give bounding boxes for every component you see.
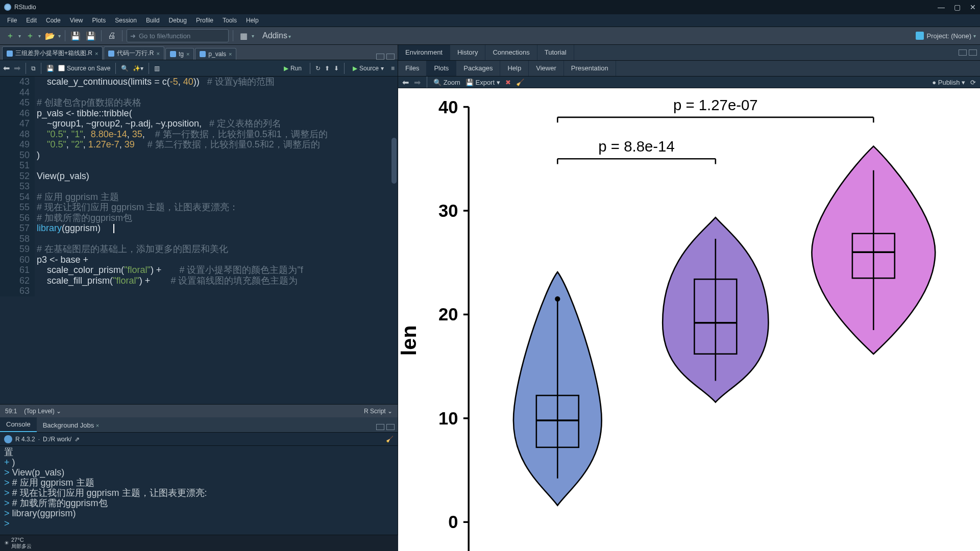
cursor-position: 59:1 — [5, 408, 17, 415]
console-tabstrip: ConsoleBackground Jobs × — [0, 417, 398, 433]
run-button[interactable]: ▶Run — [281, 63, 305, 73]
maximize-console-button[interactable] — [386, 424, 395, 430]
export-button[interactable]: 💾 Export ▾ — [465, 79, 500, 86]
goto-arrow-icon: ➜ — [130, 32, 136, 40]
console-tab-console[interactable]: Console — [0, 417, 37, 432]
menu-edit[interactable]: Edit — [22, 15, 41, 26]
plot-tab-presentation[interactable]: Presentation — [564, 61, 616, 76]
plot-tab-files[interactable]: Files — [398, 61, 427, 76]
scope-indicator[interactable]: (Top Level) ⌄ — [24, 408, 61, 415]
plot-tab-plots[interactable]: Plots — [427, 61, 456, 76]
menu-debug[interactable]: Debug — [165, 15, 191, 26]
env-tab-tutorial[interactable]: Tutorial — [537, 45, 574, 60]
plot-next-button[interactable]: ➡ — [414, 78, 421, 87]
env-tab-connections[interactable]: Connections — [485, 45, 537, 60]
clear-console-button[interactable]: 🧹 — [386, 436, 394, 443]
menu-file[interactable]: File — [3, 15, 21, 26]
save-button[interactable]: 💾 — [69, 30, 82, 42]
console-output[interactable]: 置+ )> View(p_vals)> # 应用 ggprism 主题> # 现… — [0, 446, 398, 535]
menu-tools[interactable]: Tools — [218, 15, 241, 26]
app-title: RStudio — [14, 4, 36, 11]
close-tab-icon[interactable]: × — [229, 51, 232, 57]
minimize-pane-button[interactable] — [376, 54, 384, 60]
close-tab-icon[interactable]: × — [156, 51, 159, 57]
close-tab-icon[interactable]: × — [186, 51, 189, 57]
console-tab-background-jobs[interactable]: Background Jobs × — [37, 418, 106, 432]
tab-label: 代码一万行.R — [117, 49, 154, 58]
menu-build[interactable]: Build — [142, 15, 164, 26]
svg-text:0: 0 — [448, 512, 458, 532]
plot-tab-viewer[interactable]: Viewer — [529, 61, 564, 76]
svg-text:p = 8.8e-14: p = 8.8e-14 — [598, 138, 674, 155]
addins-menu[interactable]: Addins ▾ — [262, 31, 291, 40]
menu-session[interactable]: Session — [111, 15, 141, 26]
plot-prev-button[interactable]: ⬅ — [402, 78, 409, 87]
file-icon — [170, 51, 176, 57]
maximize-pane-button[interactable] — [386, 54, 395, 60]
svg-point-23 — [555, 296, 560, 302]
tab-label: 三组差异小提琴图+箱线图.R — [15, 49, 92, 58]
refresh-plot-button[interactable]: ⟳ — [970, 79, 976, 86]
open-file-button[interactable]: 📂 — [44, 30, 56, 42]
menu-code[interactable]: Code — [42, 15, 65, 26]
source-on-save-checkbox[interactable]: Source on Save — [58, 65, 110, 72]
plot-tab-help[interactable]: Help — [500, 61, 529, 76]
save-source-button[interactable]: 💾 — [46, 65, 54, 72]
tab-label: p_vals — [208, 51, 226, 58]
svg-text:p = 1.27e-07: p = 1.27e-07 — [673, 96, 758, 113]
close-tab-icon[interactable]: × — [95, 51, 98, 57]
menu-profile[interactable]: Profile — [192, 15, 217, 26]
zoom-button[interactable]: 🔍 Zoom — [433, 79, 460, 86]
file-icon — [108, 51, 114, 57]
svg-text:len: len — [398, 325, 421, 356]
source-tab-1[interactable]: 代码一万行.R× — [104, 46, 164, 60]
close-icon[interactable]: × — [96, 422, 99, 429]
compile-button[interactable]: ▥ — [154, 65, 160, 72]
close-button[interactable]: ✕ — [970, 3, 976, 11]
show-in-new-window-button[interactable]: ⧉ — [31, 65, 36, 72]
panes-button[interactable]: ▦ — [237, 30, 250, 42]
env-tab-history[interactable]: History — [450, 45, 485, 60]
source-button[interactable]: ▶Source ▾ — [350, 63, 387, 73]
publish-button[interactable]: ● Publish ▾ — [932, 79, 965, 86]
menu-help[interactable]: Help — [242, 15, 263, 26]
minimize-button[interactable]: — — [938, 3, 945, 11]
remove-plot-button[interactable]: ✖ — [505, 79, 511, 86]
find-button[interactable]: 🔍 — [121, 65, 129, 72]
source-tab-3[interactable]: p_vals× — [195, 48, 236, 60]
source-tab-2[interactable]: tg× — [165, 48, 194, 60]
wand-button[interactable]: ✨▾ — [133, 65, 143, 72]
down-button[interactable]: ⬇ — [334, 65, 339, 72]
project-label[interactable]: Project: (None) — [927, 32, 971, 40]
editor-scrollbar[interactable] — [391, 138, 397, 184]
plot-tab-packages[interactable]: Packages — [456, 61, 500, 76]
forward-button[interactable]: ➡ — [14, 63, 20, 73]
new-file-button[interactable]: ＋ — [4, 30, 16, 42]
new-project-button[interactable]: ＋ — [24, 30, 36, 42]
up-button[interactable]: ⬆ — [325, 65, 330, 72]
main-toolbar: ＋▾ ＋▾ 📂▾ 💾 💾 🖨 ➜ Go to file/function ▦▾ … — [0, 27, 980, 45]
minimize-console-button[interactable] — [376, 424, 384, 430]
language-indicator[interactable]: R Script ⌄ — [364, 408, 393, 415]
rerun-button[interactable]: ↻ — [315, 65, 321, 72]
code-editor[interactable]: 4344454647484950515253545556575859606162… — [0, 77, 398, 404]
back-button[interactable]: ⬅ — [3, 63, 10, 73]
env-tab-environment[interactable]: Environment — [398, 45, 450, 60]
minimize-env-button[interactable] — [959, 49, 967, 56]
maximize-env-button[interactable] — [969, 49, 977, 56]
wd-popout-icon[interactable]: ⇗ — [75, 436, 80, 443]
outline-button[interactable]: ≡ — [391, 65, 395, 72]
clear-plots-button[interactable]: 🧹 — [516, 79, 524, 86]
menu-view[interactable]: View — [66, 15, 87, 26]
save-all-button[interactable]: 💾 — [85, 30, 97, 42]
weather-desc: 局部多云 — [11, 543, 32, 550]
console-info: R 4.3.2 · D:/R work/ ⇗ 🧹 — [0, 433, 398, 446]
app-icon — [4, 4, 11, 11]
menu-plots[interactable]: Plots — [88, 15, 110, 26]
goto-file-input[interactable]: ➜ Go to file/function — [127, 29, 229, 42]
working-dir[interactable]: D:/R work/ — [43, 436, 71, 443]
print-button[interactable]: 🖨 — [106, 30, 118, 42]
source-tab-0[interactable]: 三组差异小提琴图+箱线图.R× — [2, 46, 103, 60]
maximize-button[interactable]: ▢ — [954, 3, 961, 11]
weather-widget[interactable]: ☀ 27°C 局部多云 — [4, 537, 32, 550]
